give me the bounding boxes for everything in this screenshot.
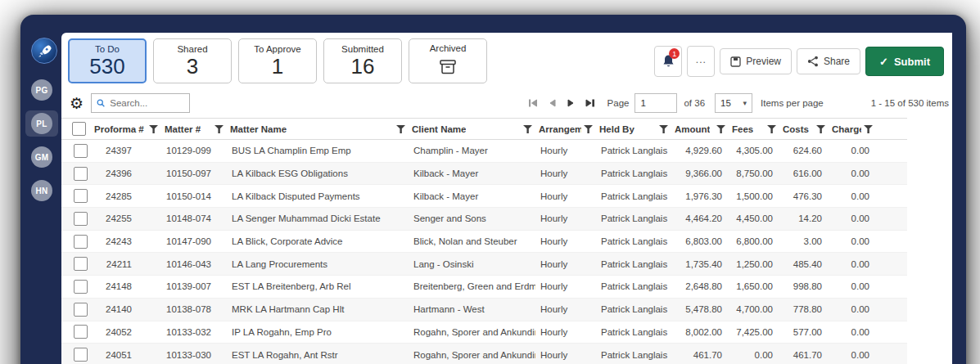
- cell-client: Senger and Sons: [409, 208, 535, 231]
- row-checkbox[interactable]: [74, 325, 88, 339]
- previous-page-button[interactable]: [549, 99, 556, 107]
- tab-to-approve[interactable]: To Approve 1: [238, 38, 317, 83]
- table-row[interactable]: 2425510148-074LA Senger Muhammad Dicki E…: [61, 208, 907, 231]
- settings-gear-icon[interactable]: ⚙: [70, 96, 84, 111]
- cell-arrangement: Hourly: [535, 321, 596, 344]
- column-header-fees[interactable]: Fees: [729, 119, 779, 140]
- filter-icon[interactable]: [523, 124, 532, 133]
- tab-submitted[interactable]: Submitted 16: [323, 38, 402, 83]
- cell-charges: 0.00: [829, 185, 876, 208]
- notifications-button[interactable]: 1: [654, 46, 682, 77]
- grid-header-row: Proforma # ↓ Matter # Matter Name Client…: [61, 119, 907, 140]
- rocket-icon: [36, 43, 52, 59]
- table-row[interactable]: 2414810139-007EST LA Breitenberg, Arb Re…: [61, 276, 907, 299]
- row-checkbox[interactable]: [74, 212, 88, 226]
- tab-count: 1: [272, 56, 283, 78]
- cell-matter-name: LA Lang Procurements: [227, 253, 409, 276]
- table-row[interactable]: 2405210133-032IP LA Rogahn, Emp ProRogah…: [61, 321, 907, 344]
- filter-icon[interactable]: [149, 124, 158, 133]
- page-number-input[interactable]: [635, 93, 677, 113]
- filter-icon[interactable]: [767, 124, 776, 133]
- cell-matter-name: LA Kilback ESG Obligations: [227, 162, 409, 185]
- column-header-arrangement[interactable]: Arrangement: [535, 119, 596, 140]
- filter-icon[interactable]: [659, 124, 668, 133]
- column-header-matter[interactable]: Matter #: [161, 119, 227, 140]
- tab-archived[interactable]: Archived: [409, 38, 487, 83]
- cell-fees: 4,305.00: [729, 140, 779, 163]
- cell-held-by: Patrick Langlais: [596, 185, 671, 208]
- filter-icon[interactable]: [716, 124, 725, 133]
- table-row[interactable]: 2405110133-030EST LA Rogahn, Ant RstrRog…: [61, 344, 907, 364]
- row-checkbox[interactable]: [74, 144, 88, 158]
- cell-matter: 10150-014: [161, 185, 227, 208]
- cell-costs: 485.40: [779, 253, 829, 276]
- table-row[interactable]: 2439610150-097LA Kilback ESG Obligations…: [61, 162, 907, 185]
- avatar-gm[interactable]: GM: [25, 144, 58, 170]
- search-input[interactable]: [110, 98, 184, 108]
- chevron-down-icon: ▾: [743, 99, 747, 107]
- column-header-proforma[interactable]: Proforma # ↓: [91, 119, 161, 140]
- filter-icon[interactable]: [584, 124, 593, 133]
- filter-icon[interactable]: [864, 124, 873, 133]
- cell-arrangement: Hourly: [535, 185, 596, 208]
- column-header-held-by[interactable]: Held By: [596, 119, 671, 140]
- cell-costs: 577.00: [779, 321, 829, 344]
- filter-icon[interactable]: [215, 124, 224, 133]
- column-header-client-name[interactable]: Client Name: [409, 119, 535, 140]
- column-header-charges[interactable]: Charges: [829, 119, 876, 140]
- table-row[interactable]: 2421110146-043LA Lang ProcurementsLang -…: [61, 253, 907, 276]
- archive-icon: [438, 55, 458, 79]
- app-window: » PGPLGMHN To Do 530 Shared 3 To Approve…: [20, 15, 966, 364]
- filter-icon[interactable]: [396, 124, 405, 133]
- cell-matter: 10150-097: [161, 162, 227, 185]
- filter-icon[interactable]: [816, 124, 825, 133]
- page-size-select[interactable]: 15 ▾: [715, 93, 752, 113]
- table-row[interactable]: 2428510150-014LA Kilback Disputed Paymen…: [61, 185, 907, 208]
- cell-matter: 10133-030: [161, 344, 227, 364]
- table-row[interactable]: 2414010138-078MRK LA Hartmann Cap HltHar…: [61, 298, 907, 321]
- row-checkbox[interactable]: [74, 235, 88, 249]
- cell-proforma: 24396: [91, 162, 161, 185]
- row-checkbox[interactable]: [74, 167, 88, 181]
- rocket-logo-icon[interactable]: [31, 38, 57, 64]
- avatar-hn[interactable]: HN: [25, 178, 58, 204]
- preview-label: Preview: [746, 56, 781, 67]
- share-button[interactable]: Share: [797, 48, 860, 74]
- avatar-initials: HN: [31, 180, 52, 201]
- cell-arrangement: Hourly: [535, 162, 596, 185]
- avatar-pg[interactable]: PG: [25, 77, 58, 103]
- cell-arrangement: Hourly: [535, 230, 596, 253]
- submit-label: Submit: [894, 56, 930, 68]
- table-row[interactable]: 2439710129-099BUS LA Champlin Emp EmpCha…: [61, 140, 907, 163]
- column-header-costs[interactable]: Costs: [779, 119, 829, 140]
- cell-client: Rogahn, Sporer and Ankunding: [409, 321, 535, 344]
- row-checkbox[interactable]: [74, 303, 88, 317]
- tab-to-do[interactable]: To Do 530: [68, 38, 147, 83]
- preview-button[interactable]: Preview: [720, 48, 792, 74]
- column-header-matter-name[interactable]: Matter Name: [227, 119, 409, 140]
- select-all-checkbox[interactable]: [72, 122, 86, 136]
- page-total-label: of 36: [684, 98, 705, 108]
- row-checkbox[interactable]: [74, 348, 88, 362]
- cell-proforma: 24140: [91, 298, 161, 321]
- cell-amount: 1,976.30: [671, 185, 729, 208]
- table-row[interactable]: 2424310147-090LA Blick, Corporate Advice…: [61, 230, 907, 253]
- row-checkbox[interactable]: [74, 257, 88, 271]
- submit-button[interactable]: ✓ Submit: [865, 47, 944, 76]
- row-checkbox[interactable]: [74, 280, 88, 294]
- proforma-grid: Proforma # ↓ Matter # Matter Name Client…: [61, 118, 952, 364]
- avatar-pl[interactable]: PL: [25, 110, 58, 137]
- cell-charges: 0.00: [829, 208, 876, 231]
- cell-proforma: 24148: [91, 276, 161, 299]
- cell-client: Kilback - Mayer: [409, 185, 535, 208]
- row-checkbox[interactable]: [74, 189, 88, 203]
- cell-arrangement: Hourly: [535, 344, 596, 364]
- next-page-button[interactable]: [567, 99, 574, 107]
- first-page-button[interactable]: [529, 99, 538, 107]
- tab-shared[interactable]: Shared 3: [153, 38, 232, 83]
- last-page-button[interactable]: [585, 99, 594, 107]
- more-options-button[interactable]: ...: [687, 46, 715, 77]
- cell-proforma: 24397: [91, 140, 161, 163]
- column-header-amount[interactable]: Amount: [671, 119, 729, 140]
- tab-count: 3: [187, 56, 198, 78]
